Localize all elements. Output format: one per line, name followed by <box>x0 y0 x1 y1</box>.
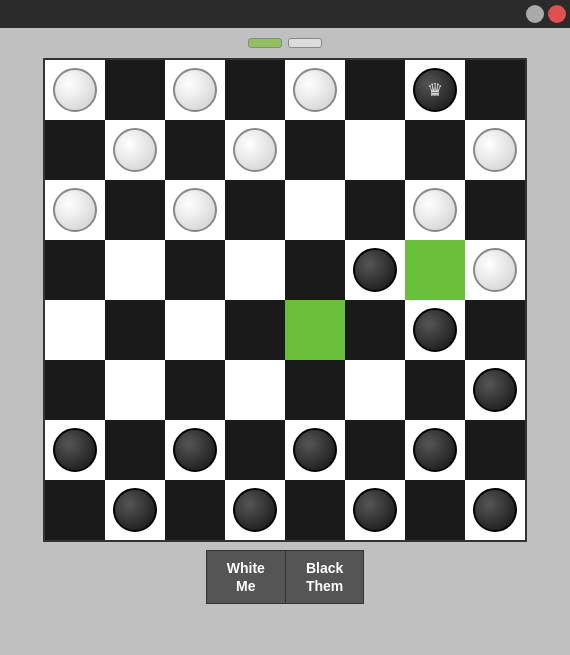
black-them-button[interactable]: BlackThem <box>286 551 363 603</box>
black-piece[interactable] <box>413 308 457 352</box>
white-piece[interactable] <box>473 128 517 172</box>
board-cell[interactable] <box>465 300 525 360</box>
board-cell[interactable] <box>165 360 225 420</box>
board-cell[interactable] <box>405 480 465 540</box>
board-cell[interactable] <box>105 420 165 480</box>
board-cell[interactable] <box>165 480 225 540</box>
board-cell[interactable] <box>465 360 525 420</box>
connect-button[interactable] <box>288 38 322 48</box>
board-cell[interactable] <box>405 360 465 420</box>
board-cell[interactable] <box>105 180 165 240</box>
black-piece[interactable] <box>353 248 397 292</box>
board-cell[interactable] <box>225 300 285 360</box>
board-cell[interactable] <box>45 420 105 480</box>
board-cell[interactable] <box>105 480 165 540</box>
board-cell[interactable] <box>465 240 525 300</box>
board-cell[interactable] <box>45 300 105 360</box>
title-bar-controls <box>526 5 566 23</box>
board-cell[interactable] <box>285 120 345 180</box>
white-piece[interactable] <box>293 68 337 112</box>
board-cell[interactable] <box>345 120 405 180</box>
board-cell[interactable] <box>105 240 165 300</box>
board-cell[interactable] <box>45 240 105 300</box>
black-piece[interactable] <box>233 488 277 532</box>
board-cell[interactable] <box>105 300 165 360</box>
board-cell[interactable] <box>345 360 405 420</box>
white-piece[interactable] <box>413 188 457 232</box>
minimize-button[interactable] <box>526 5 544 23</box>
board-cell[interactable] <box>45 60 105 120</box>
board-cell[interactable] <box>285 240 345 300</box>
board-cell[interactable] <box>105 360 165 420</box>
board-cell[interactable] <box>345 60 405 120</box>
bottom-buttons: WhiteMe BlackThem <box>206 550 364 604</box>
white-me-button[interactable]: WhiteMe <box>207 551 286 603</box>
board-cell[interactable] <box>165 420 225 480</box>
board-cell[interactable] <box>45 480 105 540</box>
board-cell[interactable] <box>225 60 285 120</box>
black-piece[interactable] <box>173 428 217 472</box>
white-piece[interactable] <box>53 68 97 112</box>
black-piece[interactable] <box>113 488 157 532</box>
white-piece[interactable] <box>233 128 277 172</box>
play-button[interactable] <box>248 38 282 48</box>
board-cell[interactable] <box>165 120 225 180</box>
board-cell[interactable] <box>465 420 525 480</box>
white-piece[interactable] <box>113 128 157 172</box>
close-button[interactable] <box>548 5 566 23</box>
board-cell[interactable] <box>105 60 165 120</box>
board-cell[interactable] <box>345 480 405 540</box>
board-cell[interactable] <box>165 60 225 120</box>
white-piece[interactable] <box>473 248 517 292</box>
board-cell[interactable] <box>465 180 525 240</box>
board-cell[interactable] <box>345 180 405 240</box>
black-piece[interactable] <box>53 428 97 472</box>
board-cell[interactable] <box>225 120 285 180</box>
black-piece[interactable] <box>293 428 337 472</box>
toolbar <box>248 38 322 48</box>
board-cell[interactable] <box>285 180 345 240</box>
board-cell[interactable] <box>45 360 105 420</box>
board-cell[interactable] <box>285 60 345 120</box>
board-cell[interactable] <box>165 240 225 300</box>
board-cell[interactable] <box>285 420 345 480</box>
board-cell[interactable] <box>345 300 405 360</box>
board-cell[interactable] <box>225 240 285 300</box>
white-piece[interactable] <box>173 188 217 232</box>
board-cell[interactable] <box>165 180 225 240</box>
board-cell[interactable] <box>225 480 285 540</box>
white-piece[interactable] <box>53 188 97 232</box>
board-cell[interactable] <box>165 300 225 360</box>
board-cell[interactable] <box>225 180 285 240</box>
board-cell[interactable] <box>465 120 525 180</box>
board-cell[interactable] <box>225 360 285 420</box>
board-cell[interactable] <box>105 120 165 180</box>
board-cell[interactable] <box>345 420 405 480</box>
black-piece[interactable] <box>473 488 517 532</box>
board-cell[interactable] <box>465 60 525 120</box>
checkers-board: ♛ <box>45 60 525 540</box>
black-piece[interactable] <box>473 368 517 412</box>
white-piece[interactable] <box>173 68 217 112</box>
board-cell[interactable]: ♛ <box>405 60 465 120</box>
board-cell[interactable] <box>405 180 465 240</box>
board-cell[interactable] <box>405 300 465 360</box>
board-cell[interactable] <box>285 480 345 540</box>
board-cell[interactable] <box>225 420 285 480</box>
black-piece[interactable] <box>413 428 457 472</box>
board-cell[interactable] <box>405 240 465 300</box>
board-cell[interactable] <box>405 420 465 480</box>
black-piece[interactable]: ♛ <box>413 68 457 112</box>
board-cell[interactable] <box>345 240 405 300</box>
board-cell[interactable] <box>45 180 105 240</box>
board-cell[interactable] <box>465 480 525 540</box>
board-cell[interactable] <box>405 120 465 180</box>
board-container: ♛ <box>43 58 527 542</box>
board-cell[interactable] <box>45 120 105 180</box>
black-piece[interactable] <box>353 488 397 532</box>
board-cell[interactable] <box>285 300 345 360</box>
board-cell[interactable] <box>285 360 345 420</box>
title-bar <box>0 0 570 28</box>
